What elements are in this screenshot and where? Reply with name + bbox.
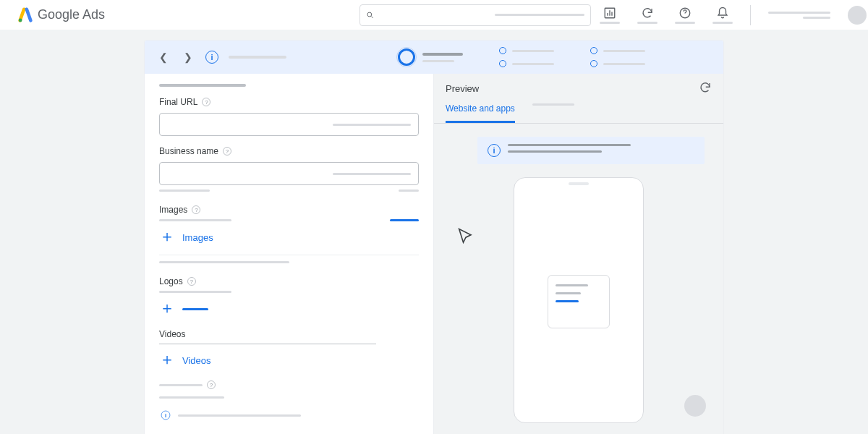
step-group-2: [590, 47, 645, 67]
search-placeholder-skeleton: [495, 14, 584, 16]
step-dot-icon: [499, 60, 506, 67]
logo-text-google: Google: [38, 7, 80, 22]
account-switcher[interactable]: [768, 12, 830, 19]
plus-icon: ＋: [159, 352, 175, 367]
info-icon: i: [161, 411, 171, 420]
preview-notice: i: [477, 137, 705, 164]
workspace: ❮ ❯ i Final URL ?: [145, 41, 723, 434]
business-name-hint: [159, 190, 419, 192]
preview-panel: Preview Website and apps i: [434, 74, 723, 434]
final-url-label: Final URL ?: [159, 97, 419, 107]
svg-point-1: [367, 12, 372, 17]
step-dot-icon: [590, 60, 597, 67]
add-videos-button[interactable]: ＋ Videos: [159, 353, 211, 367]
ad-card: [548, 275, 610, 328]
tab-website-apps[interactable]: Website and apps: [446, 103, 515, 123]
logo-text-ads: Ads: [82, 7, 105, 22]
reports-icon: [603, 7, 616, 20]
global-search[interactable]: [359, 4, 591, 26]
refresh-icon: [641, 7, 654, 20]
tab-other[interactable]: [532, 103, 574, 123]
section-intro-skeleton: [159, 84, 246, 87]
step-forward-button[interactable]: ❯: [181, 50, 195, 64]
bell-icon: [716, 7, 729, 20]
google-ads-logo-icon: [17, 7, 33, 23]
final-url-input[interactable]: [167, 119, 333, 129]
app-bar: Google Ads: [0, 0, 868, 30]
help-icon[interactable]: ?: [202, 98, 210, 106]
business-name-input-wrap[interactable]: [159, 162, 419, 185]
info-icon[interactable]: i: [205, 51, 218, 64]
reports-button[interactable]: [600, 7, 620, 24]
refresh-button[interactable]: [637, 7, 658, 24]
step-current: [398, 48, 463, 66]
preview-refresh-button[interactable]: [699, 81, 712, 96]
phone-notch: [569, 182, 589, 185]
floating-action[interactable]: [684, 395, 706, 417]
search-icon: [366, 10, 375, 20]
images-label: Images ?: [159, 205, 419, 215]
avatar[interactable]: [848, 6, 867, 25]
plus-icon: ＋: [159, 229, 175, 244]
breadcrumb-skeleton: [229, 56, 286, 59]
cursor-icon: [456, 226, 476, 247]
preview-title: Preview: [446, 83, 479, 94]
step-group-1: [499, 47, 554, 67]
notifications-button[interactable]: [712, 7, 733, 24]
help-icon[interactable]: ?: [187, 277, 196, 286]
search-input[interactable]: [380, 10, 489, 20]
help-button[interactable]: [675, 7, 695, 24]
form-panel: Final URL ? Business name ? Images: [145, 74, 434, 434]
step-ring-icon: [398, 48, 415, 66]
help-icon[interactable]: ?: [207, 380, 216, 389]
svg-point-0: [19, 18, 22, 22]
help-icon: [678, 7, 692, 20]
preview-tabs: Website and apps: [434, 96, 723, 124]
videos-label: Videos: [159, 329, 419, 339]
add-logos-button[interactable]: ＋: [159, 302, 208, 316]
phone-preview: [514, 177, 644, 423]
stepper-bar: ❮ ❯ i: [145, 41, 723, 74]
add-images-button[interactable]: ＋ Images: [159, 230, 213, 244]
business-name-input[interactable]: [167, 169, 333, 179]
divider: [750, 5, 751, 25]
help-icon[interactable]: ?: [223, 147, 231, 156]
product-logo[interactable]: Google Ads: [17, 7, 105, 23]
step-dot-icon: [499, 47, 506, 54]
final-url-input-wrap[interactable]: [159, 113, 419, 136]
refresh-icon: [699, 81, 712, 94]
help-icon[interactable]: ?: [192, 205, 200, 214]
logos-label: Logos ?: [159, 276, 419, 286]
step-dot-icon: [590, 47, 597, 54]
step-back-button[interactable]: ❮: [156, 50, 171, 64]
business-name-label: Business name ?: [159, 146, 419, 156]
info-icon: i: [488, 144, 501, 157]
plus-icon: ＋: [159, 300, 175, 316]
